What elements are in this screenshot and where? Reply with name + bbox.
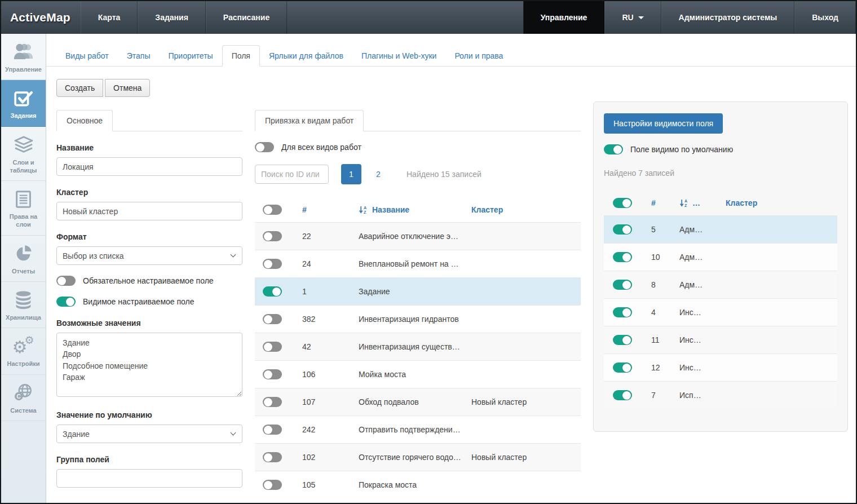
row-toggle[interactable]	[263, 286, 282, 297]
table-row[interactable]: 24Внеплановый ремонт на …	[255, 250, 581, 277]
sidebar-item-reports[interactable]: Отчеты	[1, 236, 46, 282]
row-toggle[interactable]	[613, 307, 632, 317]
tab-priorities[interactable]: Приоритеты	[160, 46, 222, 66]
tab-plugins-webhooks[interactable]: Плагины и Web-хуки	[352, 46, 445, 66]
column-header-name[interactable]: AZ Название	[359, 205, 471, 214]
page-button-2[interactable]: 2	[368, 164, 388, 184]
row-toggle[interactable]	[263, 397, 282, 407]
row-id: 10	[651, 253, 679, 262]
row-cluster: Новый кластер	[471, 453, 581, 462]
row-toggle[interactable]	[613, 280, 632, 290]
visible-field-toggle[interactable]	[56, 297, 76, 307]
required-field-toggle[interactable]	[56, 276, 76, 286]
tab-roles-rights[interactable]: Роли и права	[445, 46, 512, 66]
table-row[interactable]: 7Исп…	[604, 381, 837, 409]
table-row[interactable]: 22Аварийное отключение э…	[255, 222, 581, 250]
column-header-name[interactable]: AZ …	[679, 198, 726, 207]
top-nav-tasks[interactable]: Задания	[138, 1, 205, 34]
header-toggle-all[interactable]	[613, 198, 632, 208]
header-toggle-all[interactable]	[263, 205, 282, 215]
row-toggle[interactable]	[613, 224, 632, 235]
table-row[interactable]: 11Инс…	[604, 326, 837, 353]
tab-stages[interactable]: Этапы	[118, 46, 160, 66]
sidebar-item-management[interactable]: Управление	[1, 34, 46, 80]
top-nav-management[interactable]: Управление	[523, 1, 605, 34]
row-toggle[interactable]	[263, 425, 282, 435]
sort-alpha-desc-icon[interactable]: AZ	[359, 206, 368, 214]
table-row[interactable]: 106Мойка моста	[255, 360, 581, 388]
table-row[interactable]: 107Обход подваловНовый кластер	[255, 388, 581, 415]
possible-values-textarea[interactable]: Здание Двор Подсобное помещение Гараж	[56, 333, 242, 397]
field-group-input[interactable]	[56, 469, 242, 488]
tab-general[interactable]: Основное	[56, 110, 113, 131]
row-toggle[interactable]	[613, 335, 632, 345]
row-id: 105	[302, 480, 359, 489]
row-toggle[interactable]	[613, 252, 632, 262]
sidebar-item-layers[interactable]: Слои и таблицы	[1, 127, 46, 182]
row-toggle[interactable]	[263, 342, 282, 352]
row-toggle[interactable]	[263, 314, 282, 324]
search-input[interactable]	[255, 165, 329, 184]
tab-binding-work-types[interactable]: Привязка к видам работ	[255, 110, 364, 131]
logout-button[interactable]: Выход	[794, 1, 856, 34]
top-nav-map[interactable]: Карта	[81, 1, 138, 34]
format-select[interactable]: Выбор из списка	[56, 246, 242, 265]
table-row[interactable]: 102Отсутствие горячего водо…Новый класте…	[255, 443, 581, 471]
page-button-1[interactable]: 1	[341, 164, 361, 184]
field-group-label: Группа полей	[56, 455, 242, 464]
table-row[interactable]: 5Адм…	[604, 215, 837, 243]
create-button[interactable]: Создать	[56, 79, 103, 97]
row-toggle[interactable]	[263, 259, 282, 269]
row-id: 1	[302, 287, 359, 296]
sidebar-item-system[interactable]: C Система	[1, 375, 46, 421]
tab-work-types[interactable]: Виды работ	[56, 46, 118, 66]
visibility-settings-button[interactable]: Настройки видимости поля	[604, 113, 723, 134]
column-header-id[interactable]: #	[302, 205, 359, 214]
visible-default-row: Поле видимо по умолчанию	[604, 144, 837, 154]
table-row[interactable]: 8Адм…	[604, 271, 837, 298]
row-id: 22	[302, 232, 359, 241]
table-row[interactable]: 382Инвентаризация гидрантов	[255, 305, 581, 333]
table-row[interactable]: 105Покраска моста	[255, 471, 581, 498]
visibility-table: # AZ … Кластер 5Адм… 10Адм…	[604, 191, 837, 409]
row-toggle[interactable]	[613, 362, 632, 373]
table-row[interactable]: 242Отправить подтверждени…	[255, 415, 581, 443]
caret-down-icon	[638, 16, 644, 19]
cluster-input[interactable]	[56, 202, 242, 220]
default-value-select[interactable]: Здание	[56, 425, 242, 443]
table-row[interactable]: 10Адм…	[604, 243, 837, 271]
all-work-types-toggle[interactable]	[255, 142, 274, 152]
sidebar-item-settings[interactable]: ⚙⚙ Настройки	[1, 328, 46, 374]
tab-fields[interactable]: Поля	[222, 45, 260, 67]
records-found-text: Найдено 15 записей	[407, 170, 481, 179]
table-row[interactable]: 1Задание	[255, 277, 581, 305]
name-input[interactable]	[56, 157, 242, 176]
column-header-id[interactable]: #	[651, 198, 679, 207]
all-work-types-row: Для всех видов работ	[255, 142, 581, 152]
top-nav-schedule[interactable]: Расписание	[206, 1, 287, 34]
sidebar-item-storages[interactable]: Хранилища	[1, 282, 46, 328]
table-row[interactable]: 12Инс…	[604, 353, 837, 381]
cancel-button[interactable]: Отмена	[105, 79, 150, 97]
column-header-cluster[interactable]: Кластер	[471, 205, 581, 214]
values-field-group: Возможные значения Здание Двор Подсобное…	[56, 319, 242, 399]
row-name: Адм…	[679, 225, 726, 234]
row-id: 42	[302, 342, 359, 351]
language-selector[interactable]: RU	[604, 1, 661, 34]
row-toggle[interactable]	[263, 480, 282, 490]
table-row[interactable]: 42Инвентаризация существ…	[255, 333, 581, 360]
row-toggle[interactable]	[263, 369, 282, 379]
row-toggle[interactable]	[613, 390, 632, 400]
row-id: 242	[302, 425, 359, 434]
sort-alpha-desc-icon[interactable]: AZ	[679, 199, 689, 207]
sidebar-item-tasks[interactable]: Задания	[1, 80, 46, 126]
sidebar-item-layer-rights[interactable]: Права на слои	[1, 181, 46, 236]
row-toggle[interactable]	[263, 231, 282, 241]
current-user[interactable]: Администратор системы	[661, 1, 795, 34]
tab-file-labels[interactable]: Ярлыки для файлов	[260, 46, 352, 66]
table-row[interactable]: 4Инс…	[604, 298, 837, 326]
gears-icon: ⚙⚙	[12, 335, 35, 357]
column-header-cluster[interactable]: Кластер	[726, 198, 837, 207]
visible-default-toggle[interactable]	[604, 144, 623, 154]
row-toggle[interactable]	[263, 452, 282, 462]
